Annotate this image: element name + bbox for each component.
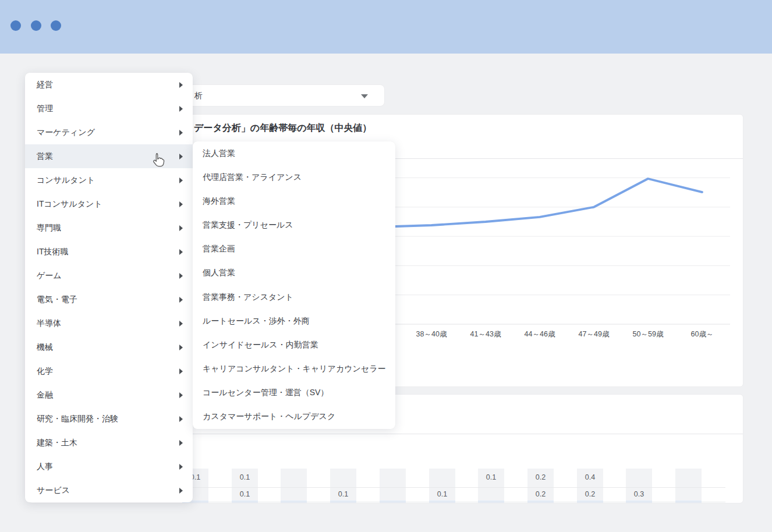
chevron-right-icon [179,249,183,255]
menu-item[interactable]: ITコンサルタント [25,192,193,216]
table-cell-value: 0.3 [626,490,652,498]
menu-item[interactable]: 化学 [25,359,193,383]
chevron-down-icon [361,94,368,98]
menu-item[interactable]: コンサルタント [25,168,193,192]
table-cell-value: 0.1 [478,473,504,481]
submenu-item[interactable]: 営業事務・アシスタント [193,285,395,309]
menu-item[interactable]: 電気・電子 [25,288,193,311]
menu-item-label: 化学 [37,366,53,377]
window-dot-icon [31,20,41,31]
menu-item-label: ITコンサルタント [37,199,102,210]
menu-item-label: ゲーム [37,271,62,281]
submenu-item[interactable]: キャリアコンサルタント・キャリアカウンセラー [193,357,395,381]
chevron-right-icon [179,154,183,159]
table-shaded-column [380,469,406,503]
menu-item-label: 電気・電子 [37,295,77,305]
menu-item[interactable]: 建築・土木 [25,431,193,455]
submenu-item[interactable]: カスタマーサポート・ヘルプデスク [193,405,395,429]
menu-item-label: 半導体 [37,318,61,329]
chevron-right-icon [179,488,183,494]
menu-item[interactable]: 人事 [25,455,193,478]
chevron-right-icon [179,416,183,422]
menu-item[interactable]: マーケティング [25,120,193,144]
menu-item-label: 専門職 [37,223,61,233]
chevron-right-icon [179,225,183,231]
menu-item-label: 人事 [37,462,53,472]
menu-item-label: サービス [37,485,70,496]
submenu-item[interactable]: コールセンター管理・運営（SV） [193,381,395,405]
filter-selected-text: 析 [194,85,203,106]
chevron-right-icon [179,201,183,207]
menu-item[interactable]: 研究・臨床開発・治験 [25,407,193,431]
menu-item[interactable]: 経営 [25,73,193,97]
submenu-item[interactable]: インサイドセールス・内勤営業 [193,333,395,357]
x-axis-label: 41～43歳 [470,330,501,338]
submenu-item[interactable]: 代理店営業・アライアンス [193,165,395,189]
table-cell-value: 0.1 [429,490,455,498]
menu-item[interactable]: 管理 [25,97,193,120]
chevron-right-icon [179,464,183,470]
menu-item[interactable]: サービス [25,478,193,502]
window-titlebar [0,0,772,54]
submenu-item[interactable]: ルートセールス・渉外・外商 [193,309,395,333]
chevron-right-icon [179,440,183,446]
x-axis-label: 50～59歳 [633,330,664,338]
table-cell-value: 0.2 [527,473,554,481]
hand-cursor-icon [150,152,167,168]
menu-item[interactable]: 機械 [25,335,193,359]
menu-item[interactable]: 半導体 [25,311,193,335]
menu-item-label: 営業 [37,151,53,162]
chevron-right-icon [179,392,183,398]
x-axis-label: 60歳～ [691,330,714,338]
x-axis-label: 44～46歳 [525,330,555,338]
submenu-item[interactable]: 営業支援・プリセールス [193,214,395,237]
menu-item[interactable]: 専門職 [25,216,193,240]
chevron-right-icon [179,321,183,327]
chevron-right-icon [179,178,183,183]
submenu-item[interactable]: 海外営業 [193,189,395,213]
table-cell-value: 0.1 [232,490,258,498]
menu-item-label: IT技術職 [37,247,68,257]
menu-item-label: 建築・土木 [37,438,77,448]
chevron-right-icon [179,297,183,303]
x-axis-label: 38～40歳 [416,330,447,338]
category-menu: 経営管理マーケティング営業コンサルタントITコンサルタント専門職IT技術職ゲーム… [25,73,193,502]
menu-item-label: 管理 [37,104,53,114]
app-window: { "window": { "titlebar_color": "#b9cfec… [0,0,772,532]
menu-item[interactable]: 営業 [25,144,193,168]
chevron-right-icon [179,345,183,350]
chevron-right-icon [179,368,183,374]
x-axis-label: 47～49歳 [579,330,610,338]
table-shaded-column [281,469,307,503]
table-cell-value: 0.4 [577,473,603,481]
table-shaded-column [675,469,702,503]
menu-item-label: 研究・臨床開発・治験 [37,414,118,424]
menu-item-label: 金融 [37,390,53,400]
submenu-item[interactable]: 個人営業 [193,261,395,285]
menu-item-label: コンサルタント [37,175,95,186]
submenu-item[interactable]: 法人営業 [193,141,395,165]
sales-submenu: 法人営業代理店営業・アライアンス海外営業営業支援・プリセールス営業企画個人営業営… [193,141,395,429]
chevron-right-icon [179,106,183,112]
chevron-right-icon [179,82,183,88]
menu-item-label: 経営 [37,80,53,90]
menu-item[interactable]: IT技術職 [25,240,193,264]
window-dot-icon [51,20,61,31]
menu-item-label: マーケティング [37,127,95,138]
table-cell-value: 0.1 [232,473,258,481]
salary-line-series [377,179,702,227]
submenu-item[interactable]: 営業企画 [193,237,395,261]
menu-item-label: 機械 [37,342,53,353]
window-dot-icon [10,20,21,31]
chevron-right-icon [179,130,183,136]
table-cell-value: 0.2 [527,490,554,498]
table-cell-value: 0.2 [577,490,603,498]
menu-item[interactable]: 金融 [25,383,193,407]
chevron-right-icon [179,273,183,279]
menu-item[interactable]: ゲーム [25,264,193,288]
table-cell-value: 0.1 [330,490,356,498]
